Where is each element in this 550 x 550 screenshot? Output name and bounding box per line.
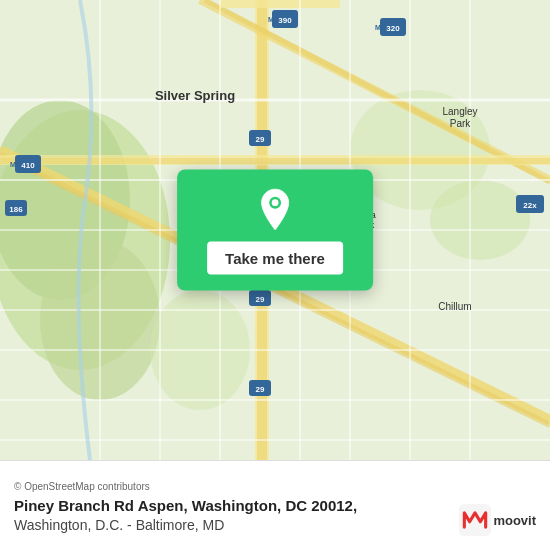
- svg-text:MD: MD: [10, 161, 21, 168]
- location-subtitle: Washington, D.C. - Baltimore, MD: [14, 516, 536, 534]
- location-title: Piney Branch Rd Aspen, Washington, DC 20…: [14, 496, 536, 516]
- svg-text:410: 410: [21, 161, 35, 170]
- moovit-icon: [459, 504, 491, 536]
- svg-rect-21: [220, 0, 340, 8]
- moovit-brand-text: moovit: [493, 513, 536, 528]
- svg-point-6: [430, 180, 530, 260]
- svg-text:22x: 22x: [523, 201, 537, 210]
- osm-attribution: © OpenStreetMap contributors: [14, 481, 536, 492]
- location-pin-icon: [253, 188, 297, 232]
- moovit-logo: moovit: [459, 504, 536, 536]
- svg-text:Park: Park: [450, 118, 472, 129]
- take-me-there-button[interactable]: Take me there: [207, 242, 343, 275]
- navigate-overlay[interactable]: Take me there: [177, 170, 373, 291]
- svg-point-57: [272, 199, 279, 206]
- info-bar: © OpenStreetMap contributors Piney Branc…: [0, 460, 550, 550]
- svg-text:390: 390: [278, 16, 292, 25]
- svg-text:29: 29: [256, 385, 265, 394]
- svg-rect-20: [0, 158, 550, 164]
- map-area: 29 29 29: [0, 0, 550, 460]
- svg-text:Langley: Langley: [442, 106, 477, 117]
- svg-text:186: 186: [9, 205, 23, 214]
- svg-text:Silver Spring: Silver Spring: [155, 88, 235, 103]
- svg-text:320: 320: [386, 24, 400, 33]
- svg-text:29: 29: [256, 135, 265, 144]
- svg-text:MD: MD: [375, 24, 386, 31]
- svg-text:29: 29: [256, 295, 265, 304]
- svg-text:Chillum: Chillum: [438, 301, 471, 312]
- svg-text:MD: MD: [268, 16, 279, 23]
